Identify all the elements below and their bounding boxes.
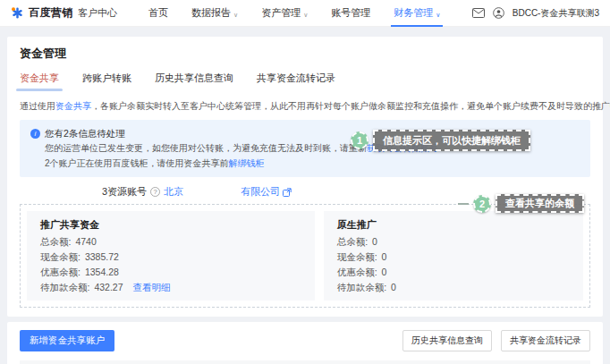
page-title: 资金管理 <box>20 46 590 62</box>
sharing-accounts-table: 资金共享账户名 资金共享开始时间 操作 <box>20 360 590 364</box>
chevron-down-icon <box>233 8 238 19</box>
menu-item-label: 财务管理 <box>394 6 433 20</box>
secondary-actions: 历史共享信息查询 共享资金流转记录 <box>402 330 590 351</box>
mail-icon[interactable] <box>472 8 485 18</box>
balance-row: 总余额: 0 <box>337 234 570 250</box>
brand-name: 百度营销 <box>29 5 73 21</box>
balance-row: 现金余额: 0 <box>337 250 570 265</box>
alert-title-row: 您有2条信息待处理 <box>30 126 580 141</box>
balance-label: 现金余额: <box>40 250 80 265</box>
balance-label: 优惠余额: <box>337 265 377 280</box>
redacted-text <box>20 189 98 196</box>
balance-value: 432.27 <box>94 280 123 295</box>
shared-balance-section: 推广共享资金 总余额: 4740 现金余额: 3385.72 优惠余额: 135… <box>20 204 590 308</box>
main-menu: 首页 数据报告 资产管理 账号管理 财务管理 <box>137 0 452 27</box>
alert-title: 您有2条信息待处理 <box>45 126 125 141</box>
menu-item-home[interactable]: 首页 <box>137 0 180 27</box>
company-name-post: 有限公司 <box>241 185 280 199</box>
brand[interactable]: 百度营销 客户中心 <box>11 5 117 21</box>
menu-item-label: 首页 <box>148 6 168 20</box>
balance-row: 优惠余额: 0 <box>337 265 570 280</box>
menu-item-asset-mgmt[interactable]: 资产管理 <box>250 0 319 27</box>
intro-text-pre: 通过使用 <box>20 101 55 111</box>
unbind-wallet-link[interactable]: 解绑钱柜 <box>229 158 265 168</box>
balance-row: 待加款余额: 432.27 查看明细 <box>40 280 301 295</box>
tab-bar: 资金共享 跨账户转账 历史共享信息查询 共享资金流转记录 <box>20 72 590 91</box>
get-transfer-account-link[interactable]: 获取对公转账账号 <box>367 143 438 153</box>
sharing-flow-records-button[interactable]: 共享资金流转记录 <box>501 330 590 351</box>
company-name-pre: 北京 <box>164 185 183 199</box>
fund-sharing-link[interactable]: 资金共享 <box>55 101 91 111</box>
brand-subtitle: 客户中心 <box>78 6 117 20</box>
balance-label: 优惠余额: <box>40 265 80 280</box>
callout-connector <box>458 203 469 205</box>
tab-sharing-flow-records[interactable]: 共享资金流转记录 <box>257 72 335 91</box>
alert-line-2-text: 2个账户正在使用百度钱柜，请使用资金共享前 <box>45 158 229 168</box>
balance-label: 总余额: <box>40 234 71 250</box>
intro-text-post: ，各账户余额实时转入至客户中心统筹管理，从此不用再针对每个账户做余额监控和充值操… <box>91 101 610 111</box>
info-alert: 您有2条信息待处理 您的运营单位已发生变更，如您使用对公转账，为避免充值无法及时… <box>20 120 590 177</box>
table-header-row: 资金共享账户名 资金共享开始时间 操作 <box>20 360 590 364</box>
panel-title: 推广共享资金 <box>40 217 301 233</box>
balance-label: 现金余额: <box>337 250 377 265</box>
promo-shared-funds-panel: 推广共享资金 总余额: 4740 现金余额: 3385.72 优惠余额: 135… <box>27 211 315 301</box>
balance-label: 待加款余额: <box>337 280 386 295</box>
chevron-down-icon <box>303 8 308 19</box>
table-actions-row: 新增资金共享账户 历史共享信息查询 共享资金流转记录 <box>20 330 590 351</box>
company-link[interactable]: 北京 有限公司 <box>164 185 292 199</box>
add-sharing-account-button[interactable]: 新增资金共享账户 <box>20 330 114 351</box>
balance-row: 优惠余额: 1354.28 <box>40 265 301 280</box>
resource-account-label: 3资源账号 <box>102 185 147 199</box>
view-detail-link[interactable]: 查看明细 <box>133 280 171 295</box>
history-sharing-query-button[interactable]: 历史共享信息查询 <box>402 330 492 351</box>
brand-logo-icon <box>11 6 24 20</box>
balance-value: 1354.28 <box>85 265 119 280</box>
alert-line-2: 2个账户正在使用百度钱柜，请使用资金共享前解绑钱柜 <box>30 157 580 172</box>
balance-row: 现金余额: 3385.72 <box>40 250 301 265</box>
balance-value: 3385.72 <box>85 250 119 265</box>
menu-item-finance-mgmt[interactable]: 财务管理 <box>382 0 452 27</box>
menu-item-label: 资产管理 <box>261 6 301 20</box>
top-navbar: 百度营销 客户中心 首页 数据报告 资产管理 账号管理 财务管理 <box>0 0 610 27</box>
chevron-down-icon <box>436 8 440 19</box>
balance-value: 4740 <box>75 234 96 250</box>
menu-item-data-report[interactable]: 数据报告 <box>180 0 250 27</box>
external-link-icon <box>283 188 292 197</box>
menu-item-account-mgmt[interactable]: 账号管理 <box>319 0 382 27</box>
panel-title: 原生推广 <box>337 217 570 233</box>
navbar-right: BDCC-资金共享联测3 <box>472 7 599 20</box>
menu-item-label: 账号管理 <box>331 6 370 20</box>
balance-value: 0 <box>391 280 396 295</box>
balance-row: 待加款余额: 0 <box>337 280 570 295</box>
tab-fund-sharing[interactable]: 资金共享 <box>20 72 59 91</box>
balance-label: 待加款余额: <box>40 280 89 295</box>
balance-row: 总余额: 4740 <box>40 234 301 250</box>
menu-item-label: 数据报告 <box>191 6 231 20</box>
info-icon <box>30 129 40 139</box>
redacted-text <box>186 189 238 196</box>
alert-line-1: 您的运营单位已发生变更，如您使用对公转账，为避免充值无法及时到账，请重新获取对公… <box>30 141 580 157</box>
tab-cross-account-transfer[interactable]: 跨账户转账 <box>82 72 131 91</box>
balance-value: 0 <box>382 265 387 280</box>
resource-account-row: 3资源账号 北京 有限公司 <box>20 185 590 199</box>
balance-value: 0 <box>382 250 387 265</box>
user-name[interactable]: BDCC-资金共享联测3 <box>513 7 599 20</box>
sharing-accounts-card: 新增资金共享账户 历史共享信息查询 共享资金流转记录 资金共享账户名 资金共享开… <box>7 322 603 364</box>
help-icon[interactable] <box>150 187 160 197</box>
alert-line-1-text: 您的运营单位已发生变更，如您使用对公转账，为避免充值无法及时到账，请重新 <box>45 143 367 153</box>
intro-text: 通过使用资金共享，各账户余额实时转入至客户中心统筹管理，从此不用再针对每个账户做… <box>20 100 590 113</box>
fund-management-card: 资金管理 资金共享 跨账户转账 历史共享信息查询 共享资金流转记录 通过使用资金… <box>7 37 603 317</box>
balance-label: 总余额: <box>337 234 368 250</box>
user-avatar-icon[interactable] <box>493 7 504 19</box>
balance-value: 0 <box>372 234 377 250</box>
tab-history-sharing-query[interactable]: 历史共享信息查询 <box>155 72 233 91</box>
native-promo-panel: 原生推广 总余额: 0 现金余额: 0 优惠余额: 0 待加款余额: 0 <box>324 211 583 301</box>
